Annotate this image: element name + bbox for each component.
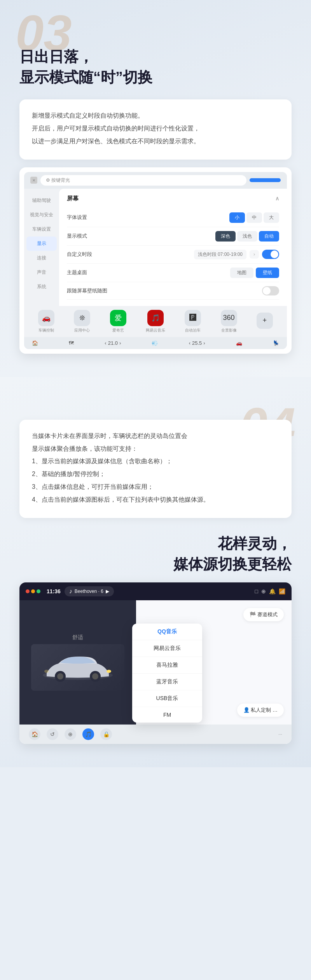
car-image-display [31, 644, 124, 691]
car-ui-mockup: ✕ ⚙ 按键背光 辅助驾驶 视觉与安全 车辆设置 显示 连接 声音 系统 [19, 167, 292, 354]
window-dots [26, 589, 40, 593]
music-control-icon[interactable]: 🎵 [82, 728, 94, 740]
dropdown-qq-music[interactable]: QQ音乐 [132, 624, 202, 640]
font-large-btn[interactable]: 大 [264, 212, 279, 223]
media-body: 舒适 [19, 600, 292, 725]
nav-status[interactable]: 🗺 [69, 340, 74, 346]
font-size-row: 字体设置 小 中 大 [67, 209, 279, 227]
temp-left-controls: ‹ 21.0 › [105, 340, 121, 346]
sidebar-item-connect[interactable]: 连接 [24, 251, 59, 265]
section1-desc-3: 以进一步满足用户对深色、浅色模式在不同时段的显示需求。 [32, 136, 279, 147]
svg-point-2 [57, 673, 63, 679]
add-control-icon[interactable]: ⊕ [65, 728, 76, 740]
car-sidebar: 辅助驾驶 视觉与安全 车辆设置 显示 连接 声音 系统 [24, 189, 59, 306]
car-main-content: 屏幕 ∧ 字体设置 小 中 大 显示模式 [59, 189, 287, 306]
add-icon: + [257, 313, 273, 329]
home-control-icon[interactable]: 🏠 [29, 728, 40, 740]
dropdown-bluetooth[interactable]: 蓝牙音乐 [132, 674, 202, 690]
mode-dark-btn[interactable]: 深色 [215, 231, 236, 242]
sidebar-item-display[interactable]: 显示 [26, 236, 57, 251]
car-main-title: 屏幕 ∧ [67, 195, 279, 202]
media-top-icons: □ ⊕ 🔔 📶 [255, 588, 285, 594]
page-indicator: ··· [278, 732, 282, 737]
panorama-icon: 360 [221, 310, 237, 326]
section1-title-line1: 日出日落， 显示模式随“时”切换 [19, 47, 292, 88]
section2-desc-1: 当媒体卡片未在界面显示时，车辆状态栏的灵动岛位置会 [32, 431, 279, 442]
section2: 04 当媒体卡片未在界面显示时，车辆状态栏的灵动岛位置会 显示媒体聚合播放条，该… [0, 377, 311, 767]
dot-red [26, 589, 30, 593]
mode-light-btn[interactable]: 浅色 [237, 231, 257, 242]
media-source-dropdown: QQ音乐 网易云音乐 喜马拉雅 蓝牙音乐 USB音乐 FM [132, 624, 202, 723]
font-small-btn[interactable]: 小 [229, 212, 245, 223]
car-ui-inner: ✕ ⚙ 按键背光 辅助驾驶 视觉与安全 车辆设置 显示 连接 声音 系统 [24, 172, 287, 349]
car-apps-bar: 🚗 车辆控制 ❊ 应用中心 爱 爱奇艺 🎵 网易云音乐 🅿 自动泊车 [24, 306, 287, 337]
confirm-button[interactable] [250, 178, 281, 182]
broadcast-icon: ⊕ [261, 588, 266, 594]
dropdown-fm[interactable]: FM [132, 707, 202, 723]
mode-options: 深色 浅色 自动 [215, 231, 279, 242]
custom-time-row: 自定义时段 浅色时段 07:00-19:00 › [67, 246, 279, 264]
app-add[interactable]: + [257, 313, 273, 330]
wallpaper-row: 跟随屏幕壁纸随图 [67, 282, 279, 300]
iqiyi-icon: 爱 [110, 310, 126, 326]
dropdown-ximalaya[interactable]: 喜马拉雅 [132, 657, 202, 674]
app-iqiyi[interactable]: 爱 爱奇艺 [110, 310, 126, 333]
music-icon: 🎵 [147, 310, 164, 326]
close-button[interactable]: ✕ [30, 177, 37, 184]
theme-map-btn[interactable]: 地图 [230, 268, 253, 278]
font-medium-btn[interactable]: 中 [246, 212, 262, 223]
section2-desc-4: 2、基础的播放/暂停控制； [32, 469, 279, 480]
section2-desc-2: 显示媒体聚合播放条，该功能可支持： [32, 443, 279, 455]
svg-point-6 [44, 670, 49, 673]
custom-time-toggle[interactable] [262, 250, 279, 259]
seat-status[interactable]: 💺 [273, 340, 279, 346]
mode-auto-btn[interactable]: 自动 [259, 231, 279, 242]
lock-control-icon[interactable]: 🔒 [100, 728, 112, 740]
sidebar-item-sound[interactable]: 声音 [24, 265, 59, 280]
app-autopilot[interactable]: 🅿 自动泊车 [185, 310, 201, 333]
wallpaper-toggle[interactable] [262, 286, 279, 295]
time-arrow[interactable]: › [250, 250, 259, 259]
collapse-icon[interactable]: ∧ [275, 195, 279, 202]
section1: 03 日出日落， 显示模式随“时”切换 新增显示模式自定义时段自动切换功能。 开… [0, 0, 311, 377]
media-top-info: 11:36 ♪ Beethoven · 6 ▶ [44, 586, 252, 596]
race-mode-button[interactable]: 🏁 赛道模式 [243, 608, 284, 621]
dot-green [37, 589, 40, 593]
car-status[interactable]: 🚗 [236, 340, 242, 346]
car-top-bar: ✕ ⚙ 按键背光 [24, 172, 287, 189]
bell-icon: 🔔 [269, 588, 276, 594]
media-ui-mockup: 11:36 ♪ Beethoven · 6 ▶ □ ⊕ 🔔 📶 舒适 [19, 582, 292, 744]
theme-row: 主题桌面 地图 壁纸 [67, 264, 279, 282]
time-value: 浅色时段 07:00-19:00 › [194, 250, 279, 259]
personal-customize-button[interactable]: 👤 私人定制 … [237, 704, 284, 717]
home-status[interactable]: 🏠 [32, 340, 38, 346]
app-panorama[interactable]: 360 全景影像 [221, 310, 237, 333]
section1-title: 日出日落， 显示模式随“时”切换 [19, 47, 292, 88]
section1-desc-2: 开启后，用户可对显示模式自动切换的时间进行个性化设置， [32, 123, 279, 134]
dropdown-usb[interactable]: USB音乐 [132, 690, 202, 707]
theme-wallpaper-btn[interactable]: 壁纸 [256, 268, 279, 278]
app-app-center[interactable]: ❊ 应用中心 [74, 310, 90, 333]
car-status-bar: 🏠 🗺 ‹ 21.0 › 💨 ‹ 25.5 › 🚗 💺 [24, 337, 287, 349]
sidebar-item-vehicle[interactable]: 车辆设置 [24, 222, 59, 236]
media-song-info[interactable]: ♪ Beethoven · 6 ▶ [65, 586, 114, 596]
app-music[interactable]: 🎵 网易云音乐 [146, 310, 165, 333]
media-time: 11:36 [47, 588, 61, 594]
theme-options: 地图 壁纸 [230, 268, 279, 278]
section2-desc-box: 当媒体卡片未在界面显示时，车辆状态栏的灵动岛位置会 显示媒体聚合播放条，该功能可… [19, 420, 292, 518]
music-note-icon: ♪ [69, 588, 72, 595]
play-btn[interactable]: ▶ [106, 589, 109, 594]
sidebar-item-system[interactable]: 系统 [24, 280, 59, 294]
dropdown-netease[interactable]: 网易云音乐 [132, 640, 202, 657]
svg-point-4 [92, 673, 98, 679]
sidebar-item-vision[interactable]: 视觉与安全 [24, 208, 59, 222]
app-vehicle-control[interactable]: 🚗 车辆控制 [38, 310, 54, 333]
autopilot-icon: 🅿 [185, 310, 201, 326]
control-icons-left: 🏠 ↺ ⊕ 🎵 🔒 [29, 728, 112, 740]
refresh-control-icon[interactable]: ↺ [47, 728, 58, 740]
search-bar[interactable]: ⚙ 按键背光 [40, 175, 246, 186]
sidebar-item-assist[interactable]: 辅助驾驶 [24, 193, 59, 208]
car-ui-body: 辅助驾驶 视觉与安全 车辆设置 显示 连接 声音 系统 屏幕 ∧ [24, 189, 287, 306]
fan-status[interactable]: 💨 [152, 340, 158, 346]
section2-title: 花样灵动， 媒体源切换更轻松 [19, 533, 292, 575]
